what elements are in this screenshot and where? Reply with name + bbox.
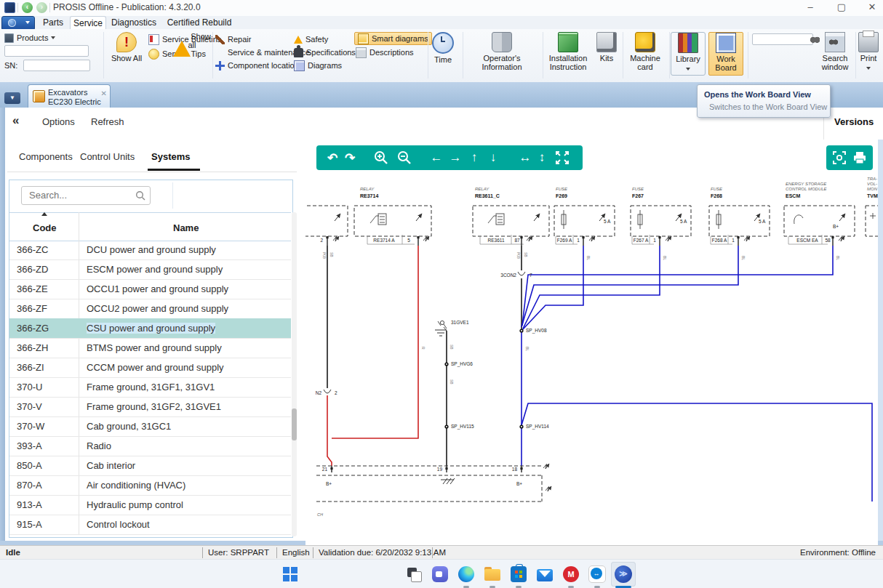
redo-icon[interactable]: ↷ — [341, 150, 359, 166]
table-row[interactable]: 366-ZHBTMS power and ground supply — [9, 338, 291, 358]
component-bottom-box[interactable]: 21 B+ 19 18 B+ CH — [316, 464, 551, 517]
zoom-in-icon[interactable] — [373, 150, 389, 166]
fit-screen-icon[interactable] — [555, 150, 570, 165]
products-button[interactable]: Products — [4, 32, 55, 44]
work-board-button[interactable]: Work Board — [708, 32, 743, 76]
search-icon[interactable] — [135, 190, 145, 201]
fit-height-icon[interactable]: ↕ — [535, 150, 549, 165]
component-fuse-f268[interactable]: FUSE F268 5 A F268 A 1 — [709, 187, 770, 246]
tab-control-units[interactable]: Control Units — [80, 151, 135, 162]
tab-parts[interactable]: Parts — [36, 16, 70, 29]
table-row[interactable]: 870-AAir conditioning (HVAC) — [9, 475, 291, 496]
tab-certified-rebuild[interactable]: Certified Rebuild — [163, 16, 236, 29]
print-button[interactable]: Print — [854, 32, 883, 71]
sn-input[interactable] — [23, 60, 90, 71]
microsoft-store-button[interactable] — [506, 562, 531, 587]
document-tab-excavators[interactable]: Excavators EC230 Electric ✕ — [28, 84, 111, 108]
minimize-button[interactable]: – — [798, 0, 823, 15]
tab-close-icon[interactable]: ✕ — [101, 89, 107, 97]
fit-width-icon[interactable]: ↔ — [516, 150, 535, 165]
edge-button[interactable] — [454, 562, 479, 587]
ground-31gve1[interactable]: 31GVE1 — [435, 320, 469, 336]
table-row[interactable]: 370-VFrame ground, 31GF2, 31GVE1 — [9, 397, 291, 417]
show-all-service-button[interactable]: Show all — [173, 32, 211, 49]
pan-up-icon[interactable]: ↑ — [465, 150, 484, 165]
specifications-button[interactable]: Specifications — [294, 47, 356, 58]
table-row[interactable]: 366-ZFOCCU2 power and ground supply — [9, 299, 291, 319]
capture-view-icon[interactable] — [832, 150, 847, 165]
options-button[interactable]: Options — [42, 116, 75, 127]
tab-diagnostics[interactable]: Diagnostics — [108, 16, 160, 29]
component-fuse-f267[interactable]: FUSE F267 5 A F267 A 1 — [631, 187, 691, 246]
chat-button[interactable] — [428, 562, 452, 587]
scrollbar-thumb[interactable] — [292, 408, 297, 440]
diagram-canvas[interactable]: ↶ ↷ ← → ↑ ↓ ↔ ↕ — [305, 140, 878, 545]
table-row[interactable]: 393-ARadio — [9, 436, 291, 456]
zoom-out-icon[interactable] — [396, 150, 412, 166]
table-row-selected[interactable]: 366-ZGCSU power and ground supply — [9, 318, 291, 339]
junction-sp-hvg6[interactable]: SP_HVG6 — [444, 361, 473, 367]
table-row[interactable]: 370-WCab ground, 31GC1 — [9, 416, 291, 437]
panel-search-input[interactable] — [28, 189, 132, 201]
panel-scrollbar[interactable] — [292, 212, 297, 536]
time-button[interactable]: Time — [426, 32, 460, 64]
junction-sp-hv114[interactable]: SP_HV114 — [519, 424, 549, 430]
table-row[interactable]: 915-AControl lockout — [9, 515, 291, 535]
kits-button[interactable]: Kits — [592, 32, 621, 63]
table-row[interactable]: 366-ZCDCU power and ground supply — [9, 240, 291, 260]
mail-button[interactable] — [532, 562, 557, 587]
component-relay-re3714[interactable]: RELAY RE3714 RE3714 A 5 — [354, 187, 431, 246]
maximize-button[interactable]: ▢ — [829, 0, 854, 15]
component-location-button[interactable]: Component location — [215, 60, 299, 71]
tab-service[interactable]: Service — [70, 16, 106, 30]
safety-button[interactable]: Safety — [294, 33, 328, 45]
nav-back-button[interactable]: ‹ — [22, 2, 33, 13]
file-explorer-button[interactable] — [480, 562, 505, 587]
component-partial-tvm[interactable]: TRA- VOL- MON TVM — [866, 177, 878, 236]
table-row[interactable]: 913-AHydraulic pump control — [9, 495, 291, 515]
library-button[interactable]: Library — [671, 32, 706, 76]
nav-forward-button[interactable]: › — [36, 2, 47, 13]
start-button[interactable] — [278, 562, 303, 587]
undo-icon[interactable]: ↶ — [324, 150, 341, 166]
tab-systems[interactable]: Systems — [151, 151, 190, 162]
component-relay-re3611c[interactable]: RELAY RE3611_C RE3611 87 — [473, 187, 549, 246]
component-fuse-f269[interactable]: FUSE F269 5 A F269 A 1 — [554, 187, 615, 246]
table-row[interactable]: 366-ZDESCM power and ground supply — [9, 259, 291, 280]
close-button[interactable]: ✕ — [860, 0, 883, 15]
pan-right-icon[interactable]: → — [446, 150, 465, 165]
search-window-button[interactable]: Search window — [816, 32, 854, 71]
task-view-button[interactable] — [401, 562, 426, 587]
ribbon-search-input[interactable] — [752, 33, 813, 45]
smart-diagrams-button[interactable]: Smart diagrams — [354, 32, 432, 45]
table-row[interactable]: 366-ZEOCCU1 power and ground supply — [9, 279, 291, 299]
refresh-button[interactable]: Refresh — [91, 116, 124, 127]
tab-list-dropdown-button[interactable]: ▼ — [4, 92, 20, 104]
prosis-app-button[interactable]: ≫ — [611, 562, 636, 587]
column-header-code[interactable]: Code — [33, 222, 57, 233]
component-partial-left[interactable]: 2 — [305, 206, 348, 246]
column-header-name[interactable]: Name — [173, 222, 199, 233]
operators-information-button[interactable]: Operator's Information — [466, 32, 538, 71]
collapse-panel-button[interactable]: « — [12, 113, 19, 128]
table-row[interactable]: 366-ZICCCM power and ground supply — [9, 358, 291, 378]
mega-button[interactable]: M — [559, 562, 583, 587]
application-menu-button[interactable] — [1, 16, 35, 31]
installation-instruction-button[interactable]: Installation Instruction — [544, 32, 592, 71]
junction-sp-hv115[interactable]: SP_HV115 — [444, 424, 474, 430]
descriptions-button[interactable]: Descriptions — [356, 47, 414, 58]
show-all-bulletins-button[interactable]: Show All — [108, 32, 145, 63]
teamviewer-button[interactable]: ↔ — [585, 562, 610, 587]
machine-card-button[interactable]: Machine card — [624, 32, 666, 71]
table-row[interactable]: 850-ACab interior — [9, 456, 291, 476]
print-diagram-icon[interactable] — [852, 150, 867, 165]
tab-components[interactable]: Components — [19, 151, 73, 162]
diagrams-button[interactable]: Diagrams — [294, 60, 342, 71]
pan-left-icon[interactable]: ← — [427, 150, 446, 165]
versions-button[interactable]: Versions — [834, 116, 874, 127]
profile-filter-input[interactable] — [4, 45, 89, 57]
connector-n2[interactable]: N2 2 — [316, 390, 337, 395]
component-escm[interactable]: ENERGY STORAGE CONTROL MODULE ESCM B+ ES… — [784, 182, 855, 246]
repair-button[interactable]: Repair — [215, 33, 251, 45]
table-row[interactable]: 370-UFrame ground, 31GF1, 31GV1 — [9, 377, 291, 398]
